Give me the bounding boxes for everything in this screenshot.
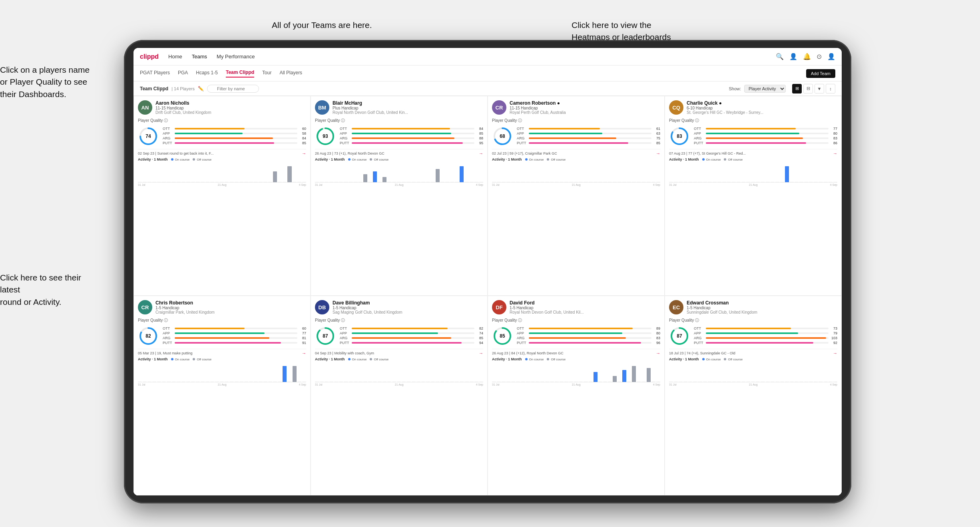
on-course-legend: On course: [175, 158, 190, 161]
stat-value: 86: [830, 141, 837, 145]
chart-bar: [215, 382, 219, 382]
activity-header: Activity · 1 Month On course Off course: [138, 357, 306, 361]
player-info: Cameron Robertson ● 11-15 Handicap Royal…: [510, 100, 660, 115]
chart-bar: [172, 382, 176, 382]
player-card: CQ Charlie Quick ● 6-10 Handicap St. Geo…: [665, 96, 842, 296]
stat-value: 61: [653, 127, 660, 131]
player-name[interactable]: Aaron Nicholls: [155, 100, 306, 106]
circle-score[interactable]: 74: [138, 126, 159, 147]
activity-header: Activity · 1 Month On course Off course: [669, 157, 837, 161]
chart-bar: [775, 182, 779, 182]
latest-round-arrow[interactable]: →: [833, 151, 837, 156]
stat-label: OTT: [340, 127, 350, 131]
stat-value: 94: [476, 341, 483, 345]
circle-score[interactable]: 87: [315, 326, 336, 346]
stat-bar-wrap: [706, 133, 829, 134]
chart-bar: [732, 182, 736, 182]
circle-score[interactable]: 83: [669, 126, 690, 147]
player-name[interactable]: Chris Robertson: [155, 300, 306, 306]
latest-round-arrow[interactable]: →: [302, 151, 306, 156]
stat-bar-wrap: [175, 342, 297, 344]
player-avatar[interactable]: EC: [669, 300, 683, 314]
player-name[interactable]: Blair McHarg: [333, 100, 483, 106]
player-avatar[interactable]: DB: [315, 300, 329, 314]
stat-row: ARG 88: [340, 136, 483, 140]
latest-round: 04 Sep 23 | Mobility with coach, Gym →: [315, 349, 483, 356]
grid-view-button[interactable]: ⊞: [792, 84, 802, 93]
tab-team-clippd[interactable]: Team Clippd: [226, 70, 254, 78]
stat-label: PUTT: [163, 141, 173, 145]
stat-row: OTT 89: [517, 326, 660, 330]
avatar-icon[interactable]: 👤: [827, 53, 835, 60]
circle-score[interactable]: 87: [669, 326, 690, 346]
chart-bar: [627, 182, 631, 182]
activity-section: Activity · 1 Month On course Off course …: [138, 357, 306, 386]
circle-score[interactable]: 85: [492, 326, 513, 346]
chart-bar: [497, 182, 501, 182]
circle-score[interactable]: 68: [492, 126, 513, 147]
chart-bar: [579, 382, 583, 382]
tab-all-players[interactable]: All Players: [279, 70, 302, 77]
player-avatar[interactable]: AN: [138, 100, 152, 115]
stat-row: APP 80: [517, 331, 660, 335]
player-name[interactable]: David Ford: [510, 300, 660, 306]
nav-item-teams[interactable]: Teams: [192, 54, 207, 60]
chart-bar: [647, 182, 651, 182]
player-avatar[interactable]: CR: [492, 100, 506, 115]
latest-round-arrow[interactable]: →: [479, 151, 483, 156]
stat-value: 91: [299, 341, 306, 345]
chart-bar: [790, 182, 794, 182]
activity-title: Activity · 1 Month: [315, 157, 345, 161]
search-icon[interactable]: 🔍: [776, 53, 784, 60]
stat-bar-wrap: [706, 137, 829, 139]
edit-icon[interactable]: ✏️: [198, 86, 204, 91]
player-avatar[interactable]: DF: [492, 300, 506, 314]
stat-label: OTT: [163, 127, 173, 131]
player-avatar[interactable]: CQ: [669, 100, 683, 115]
activity-section: Activity · 1 Month On course Off course …: [492, 157, 660, 186]
stat-row: PUTT 96: [517, 341, 660, 345]
player-name[interactable]: Cameron Robertson ●: [510, 100, 660, 106]
chart-bar: [354, 182, 358, 182]
activity-section: Activity · 1 Month On course Off course …: [492, 357, 660, 386]
latest-round-arrow[interactable]: →: [479, 351, 483, 356]
chart-bar: [766, 382, 770, 382]
profile-icon[interactable]: 👤: [789, 53, 797, 60]
stat-bar-wrap: [175, 137, 297, 139]
sort-button[interactable]: ↕: [826, 84, 835, 93]
latest-round-text: 26 Aug 23 | 84 (+12), Royal North Devon …: [492, 351, 656, 355]
bell-icon[interactable]: 🔔: [803, 53, 811, 60]
chart-bar: [651, 182, 655, 182]
stat-value: 80: [653, 331, 660, 335]
player-name[interactable]: Charlie Quick ●: [687, 100, 837, 106]
stat-row: APP 77: [163, 331, 306, 335]
tab-pga[interactable]: PGA: [178, 70, 188, 77]
latest-round-arrow[interactable]: →: [302, 351, 306, 356]
filter-input[interactable]: [207, 85, 259, 93]
chart-bar: [617, 182, 621, 182]
show-select[interactable]: Player Activity Quality Score: [744, 85, 786, 93]
chart-bar: [669, 182, 673, 182]
latest-round-arrow[interactable]: →: [833, 351, 837, 356]
tab-tour[interactable]: Tour: [262, 70, 271, 77]
player-name[interactable]: Edward Crossman: [687, 300, 837, 306]
filter-button[interactable]: ▼: [815, 84, 824, 93]
activity-title: Activity · 1 Month: [138, 357, 168, 361]
latest-round-arrow[interactable]: →: [656, 351, 660, 356]
circle-score[interactable]: 93: [315, 126, 336, 147]
player-avatar[interactable]: BM: [315, 100, 329, 115]
player-name[interactable]: Dave Billingham: [333, 300, 483, 306]
circle-score[interactable]: 82: [138, 326, 159, 346]
settings-icon[interactable]: ⊙: [817, 53, 822, 60]
list-view-button[interactable]: ⊟: [803, 84, 813, 93]
add-team-button[interactable]: Add Team: [806, 69, 835, 78]
stat-bar-wrap: [529, 133, 651, 134]
nav-item-performance[interactable]: My Performance: [217, 54, 255, 60]
player-avatar[interactable]: CR: [138, 300, 152, 314]
latest-round-arrow[interactable]: →: [656, 151, 660, 156]
tab-hcaps[interactable]: Hcaps 1-5: [196, 70, 218, 77]
stat-value: 81: [299, 336, 306, 340]
stat-label: APP: [340, 131, 350, 135]
nav-item-home[interactable]: Home: [168, 54, 182, 60]
tab-pgat[interactable]: PGAT Players: [140, 70, 170, 77]
